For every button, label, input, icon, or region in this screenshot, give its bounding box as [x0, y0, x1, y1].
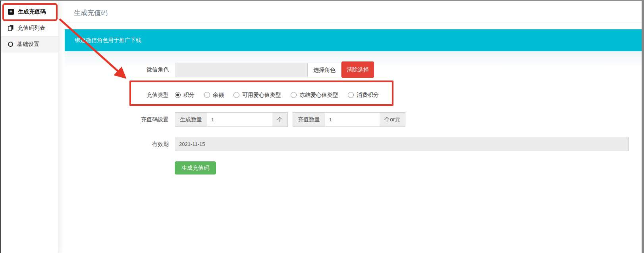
bind-role-panel: 绑定微信角色用于推广下线 微信角色 选择角色 清除选择 充值类型 [65, 29, 642, 198]
radio-option-balance[interactable]: 余额 [204, 92, 224, 99]
radio-icon[interactable] [204, 92, 210, 98]
app-frame: + 生成充值码 充值码列表 基础设置 生成充值码 绑定微信角色用于推广下线 [0, 0, 644, 253]
code-settings-groups: 生成数量 个 充值数量 个or元 [175, 112, 405, 127]
clear-selection-button[interactable]: 清除选择 [341, 61, 374, 78]
validity-label: 有效期 [65, 137, 175, 151]
recharge-type-row: 充值类型 积分 余额 可用 [65, 88, 642, 102]
recharge-qty-group: 充值数量 个or元 [293, 112, 405, 127]
generate-code-button[interactable]: 生成充值码 [175, 161, 216, 174]
panel-heading: 绑定微信角色用于推广下线 [65, 29, 642, 51]
sidebar-item-label: 基础设置 [17, 41, 39, 48]
recharge-type-options: 积分 余额 可用爱心值类型 [175, 88, 379, 102]
generate-qty-unit: 个 [272, 112, 288, 127]
radio-label: 冻结爱心值类型 [299, 92, 338, 99]
sidebar-item-basic-settings[interactable]: 基础设置 [1, 36, 58, 52]
radio-label: 余额 [213, 92, 224, 99]
sidebar-item-code-list[interactable]: 充值码列表 [1, 20, 58, 36]
radio-label: 可用爱心值类型 [242, 92, 281, 99]
wechat-role-row: 微信角色 选择角色 清除选择 [65, 62, 642, 78]
select-role-button[interactable]: 选择角色 [308, 63, 341, 77]
generate-qty-addon: 生成数量 [175, 112, 207, 127]
recharge-qty-addon: 充值数量 [293, 112, 325, 127]
radio-label: 消费积分 [357, 92, 379, 99]
recharge-code-page: + 生成充值码 充值码列表 基础设置 生成充值码 绑定微信角色用于推广下线 [0, 0, 644, 253]
validity-row: 有效期 [65, 137, 642, 151]
code-settings-row: 充值码设置 生成数量 个 充值数量 个or元 [65, 112, 642, 127]
radio-option-frozen-love-value[interactable]: 冻结爱心值类型 [291, 92, 338, 99]
sidebar-item-generate-code[interactable]: + 生成充值码 [1, 4, 58, 20]
radio-option-consumption-points[interactable]: 消费积分 [348, 92, 379, 99]
sidebar: + 生成充值码 充值码列表 基础设置 [1, 1, 59, 253]
sidebar-item-label: 充值码列表 [17, 25, 45, 32]
validity-date-input[interactable] [175, 137, 629, 151]
sidebar-item-label: 生成充值码 [18, 8, 46, 15]
panel-body: 微信角色 选择角色 清除选择 充值类型 积分 [65, 51, 642, 198]
page-title: 生成充值码 [74, 8, 642, 17]
generate-qty-input[interactable] [207, 112, 272, 127]
radio-icon[interactable] [291, 92, 297, 98]
radio-option-available-love-value[interactable]: 可用爱心值类型 [233, 92, 281, 99]
radio-icon[interactable] [348, 92, 354, 98]
title-divider [65, 23, 642, 23]
main-content: 生成充值码 绑定微信角色用于推广下线 微信角色 选择角色 清除选择 [59, 1, 642, 253]
radio-checked-icon[interactable] [175, 92, 181, 98]
recharge-type-label: 充值类型 [65, 88, 175, 102]
submit-row: 生成充值码 [65, 161, 642, 174]
generate-qty-group: 生成数量 个 [175, 112, 288, 127]
circle-icon [8, 42, 13, 47]
plus-square-icon: + [8, 9, 14, 15]
wechat-role-group: 选择角色 清除选择 [175, 62, 374, 78]
wechat-role-label: 微信角色 [65, 62, 175, 77]
radio-label: 积分 [183, 92, 195, 99]
radio-icon[interactable] [233, 92, 239, 98]
recharge-qty-unit: 个or元 [380, 112, 405, 127]
recharge-qty-input[interactable] [325, 112, 380, 127]
radio-option-points[interactable]: 积分 [175, 92, 195, 99]
code-settings-label: 充值码设置 [65, 112, 175, 127]
wechat-role-input[interactable] [175, 63, 308, 77]
copy-icon [8, 25, 13, 31]
